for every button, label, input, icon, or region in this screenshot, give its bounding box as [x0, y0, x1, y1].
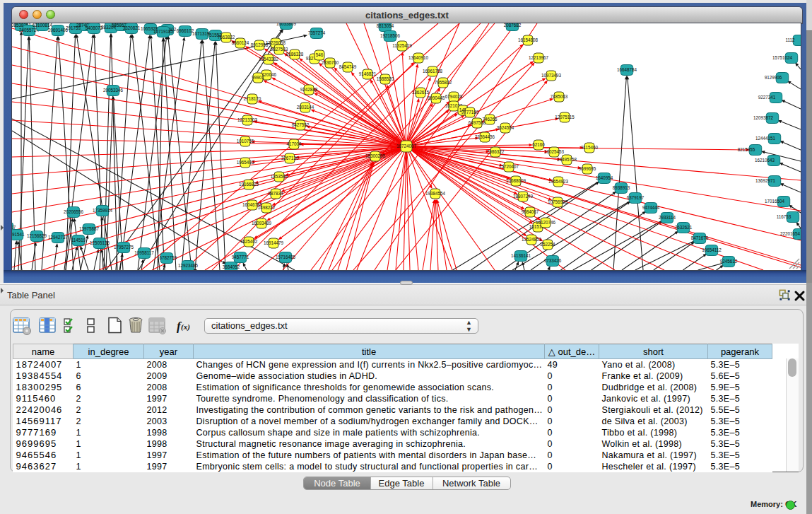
svg-text:9245612: 9245612 [720, 259, 738, 264]
svg-text:12213967: 12213967 [529, 55, 549, 60]
svg-text:(x): (x) [181, 322, 190, 332]
svg-text:19218506: 19218506 [380, 33, 401, 38]
svg-text:13640910: 13640910 [408, 55, 429, 60]
svg-text:7663822: 7663822 [218, 35, 235, 40]
svg-text:8186328: 8186328 [286, 52, 304, 57]
svg-text:8471676: 8471676 [691, 235, 709, 240]
svg-text:6379197: 6379197 [627, 195, 645, 200]
svg-text:19166825: 19166825 [239, 182, 259, 187]
svg-text:746266: 746266 [482, 117, 498, 122]
svg-text:16093489: 16093489 [252, 221, 272, 226]
svg-text:546: 546 [316, 52, 324, 57]
svg-text:17359914: 17359914 [93, 208, 113, 213]
svg-text:8990448: 8990448 [428, 95, 445, 100]
svg-text:887834: 887834 [268, 191, 283, 196]
svg-text:21364436: 21364436 [475, 134, 495, 139]
svg-text:1588520: 1588520 [377, 76, 394, 81]
svg-text:9777169: 9777169 [461, 110, 479, 115]
svg-text:16961758: 16961758 [423, 69, 443, 74]
svg-text:12213303: 12213303 [237, 117, 258, 122]
svg-text:1498222: 1498222 [258, 205, 276, 210]
svg-text:22201654: 22201654 [780, 231, 801, 236]
svg-text:1733426: 1733426 [544, 258, 562, 263]
svg-text:1640954: 1640954 [596, 175, 613, 180]
svg-text:2933114: 2933114 [659, 215, 676, 220]
svg-text:62160: 62160 [532, 142, 545, 147]
svg-text:13524851: 13524851 [522, 237, 542, 242]
svg-text:16120746: 16120746 [536, 220, 556, 225]
svg-text:9699695: 9699695 [579, 166, 596, 171]
svg-text:3267130: 3267130 [281, 156, 299, 160]
svg-text:8660124: 8660124 [232, 40, 249, 45]
svg-text:17957275: 17957275 [114, 245, 134, 250]
svg-text:14495758: 14495758 [557, 157, 577, 162]
svg-text:16914479: 16914479 [264, 240, 284, 245]
svg-text:9227341: 9227341 [758, 95, 776, 100]
svg-text:8427552: 8427552 [292, 122, 310, 127]
svg-text:12942737: 12942737 [48, 235, 69, 240]
svg-text:12156829: 12156829 [27, 233, 47, 238]
svg-text:10973493: 10973493 [541, 73, 562, 78]
svg-text:1965493: 1965493 [237, 160, 254, 165]
svg-text:13975887: 13975887 [79, 226, 100, 231]
svg-text:10719185: 10719185 [153, 29, 174, 34]
svg-text:10756928: 10756928 [548, 199, 568, 204]
svg-text:7357274: 7357274 [308, 30, 326, 35]
svg-text:8215955: 8215955 [738, 147, 755, 152]
svg-text:15716485: 15716485 [276, 255, 296, 259]
svg-text:19384554: 19384554 [425, 191, 446, 196]
svg-text:7485063: 7485063 [551, 94, 568, 99]
svg-text:14136141: 14136141 [511, 253, 531, 258]
svg-text:6794028: 6794028 [445, 94, 463, 99]
svg-text:3624554: 3624554 [497, 125, 514, 130]
svg-text:116753: 116753 [777, 214, 792, 219]
svg-text:7625402: 7625402 [240, 239, 258, 244]
svg-text:16033809: 16033809 [276, 23, 297, 26]
svg-text:18724007: 18724007 [396, 144, 417, 148]
svg-text:16154808: 16154808 [518, 37, 539, 42]
svg-text:7632621: 7632621 [675, 225, 693, 230]
svg-text:16210643: 16210643 [755, 158, 775, 163]
svg-text:8813054: 8813054 [377, 23, 394, 28]
svg-text:417004: 417004 [286, 141, 302, 146]
svg-text:2836760: 2836760 [322, 60, 339, 65]
svg-text:19654923: 19654923 [548, 179, 569, 184]
svg-text:13692971: 13692971 [755, 178, 776, 183]
svg-text:11325419: 11325419 [392, 43, 412, 48]
svg-text:1010755: 1010755 [237, 139, 254, 144]
svg-text:3320821: 3320821 [123, 25, 141, 30]
svg-text:10688609: 10688609 [506, 178, 526, 183]
svg-text:9474444: 9474444 [642, 205, 660, 210]
svg-text:20053346: 20053346 [103, 88, 124, 93]
svg-text:18807249: 18807249 [513, 194, 534, 199]
svg-text:99901: 99901 [252, 75, 264, 80]
svg-text:12975115: 12975115 [555, 115, 575, 119]
svg-text:9084067: 9084067 [522, 209, 539, 214]
svg-text:391541: 391541 [12, 232, 25, 237]
svg-text:9146821: 9146821 [359, 71, 377, 76]
svg-text:8938913: 8938913 [613, 185, 630, 190]
svg-text:15751024: 15751024 [772, 55, 793, 60]
svg-text:2803144: 2803144 [297, 105, 314, 110]
svg-text:12923485: 12923485 [178, 263, 199, 268]
svg-text:16543382: 16543382 [259, 57, 279, 62]
svg-text:114519: 114519 [71, 238, 86, 243]
svg-text:17016504: 17016504 [765, 199, 785, 204]
svg-text:7955812: 7955812 [435, 80, 452, 85]
svg-text:16782759: 16782759 [157, 255, 177, 260]
svg-text:9115460: 9115460 [581, 145, 599, 150]
svg-text:12444151: 12444151 [755, 136, 776, 141]
svg-text:12505135: 12505135 [90, 240, 110, 245]
svg-text:10958117: 10958117 [134, 250, 154, 255]
svg-text:20206556: 20206556 [64, 209, 84, 214]
svg-text:1362615: 1362615 [412, 90, 430, 95]
svg-text:16648784: 16648784 [617, 67, 637, 72]
svg-text:252254: 252254 [540, 242, 555, 247]
svg-text:7986322: 7986322 [487, 149, 505, 154]
svg-text:18300295: 18300295 [365, 153, 386, 158]
svg-text:9242848: 9242848 [300, 87, 318, 92]
svg-text:8454749: 8454749 [339, 64, 357, 69]
svg-text:12093872: 12093872 [753, 115, 774, 120]
svg-text:2718170: 2718170 [244, 96, 261, 101]
svg-text:10025453: 10025453 [544, 149, 565, 154]
